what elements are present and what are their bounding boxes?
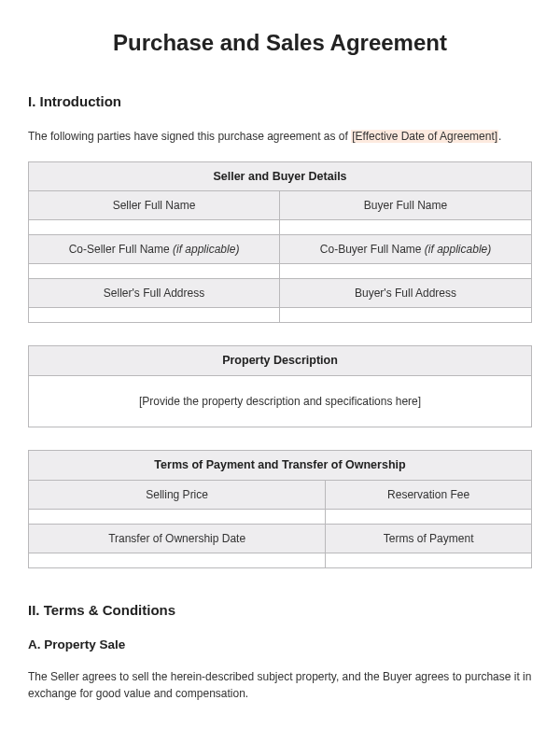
reservation-fee-field[interactable]: [326, 509, 532, 524]
section-1-heading: I. Introduction: [28, 91, 532, 113]
document-title: Purchase and Sales Agreement: [28, 26, 532, 60]
selling-price-field[interactable]: [29, 509, 326, 524]
property-description-field[interactable]: [Provide the property description and sp…: [29, 376, 532, 427]
selling-price-label: Selling Price: [29, 480, 326, 509]
property-sale-paragraph: The Seller agrees to sell the herein-des…: [28, 668, 532, 702]
terms-payment-table: Terms of Payment and Transfer of Ownersh…: [28, 450, 532, 568]
effective-date-placeholder: [Effective Date of Agreement]: [351, 130, 498, 143]
buyer-name-field[interactable]: [280, 220, 532, 235]
co-seller-name-label: Co-Seller Full Name (if applicable): [29, 235, 280, 264]
reservation-fee-label: Reservation Fee: [326, 480, 532, 509]
buyer-address-label: Buyer's Full Address: [280, 279, 532, 308]
transfer-date-field[interactable]: [29, 553, 326, 567]
intro-text-after: .: [498, 130, 501, 143]
terms-payment-field[interactable]: [326, 553, 532, 567]
terms-payment-label: Terms of Payment: [326, 524, 532, 553]
intro-text-before: The following parties have signed this p…: [28, 130, 351, 143]
co-seller-name-field[interactable]: [29, 264, 280, 279]
seller-name-label: Seller Full Name: [29, 191, 280, 220]
seller-name-field[interactable]: [29, 220, 280, 235]
co-buyer-name-field[interactable]: [280, 264, 532, 279]
subsection-a-heading: A. Property Sale: [28, 636, 532, 654]
transfer-date-label: Transfer of Ownership Date: [29, 524, 326, 553]
seller-address-label: Seller's Full Address: [29, 279, 280, 308]
table3-title: Terms of Payment and Transfer of Ownersh…: [29, 451, 532, 481]
buyer-address-field[interactable]: [280, 308, 532, 323]
table1-title: Seller and Buyer Details: [29, 161, 532, 191]
section-2-heading: II. Terms & Conditions: [28, 600, 532, 622]
seller-address-field[interactable]: [29, 308, 280, 323]
co-buyer-name-label: Co-Buyer Full Name (if applicable): [280, 235, 532, 264]
property-description-table: Property Description [Provide the proper…: [28, 345, 532, 427]
buyer-name-label: Buyer Full Name: [280, 191, 532, 220]
intro-paragraph: The following parties have signed this p…: [28, 128, 532, 145]
table2-title: Property Description: [29, 346, 532, 376]
seller-buyer-table: Seller and Buyer Details Seller Full Nam…: [28, 161, 532, 324]
